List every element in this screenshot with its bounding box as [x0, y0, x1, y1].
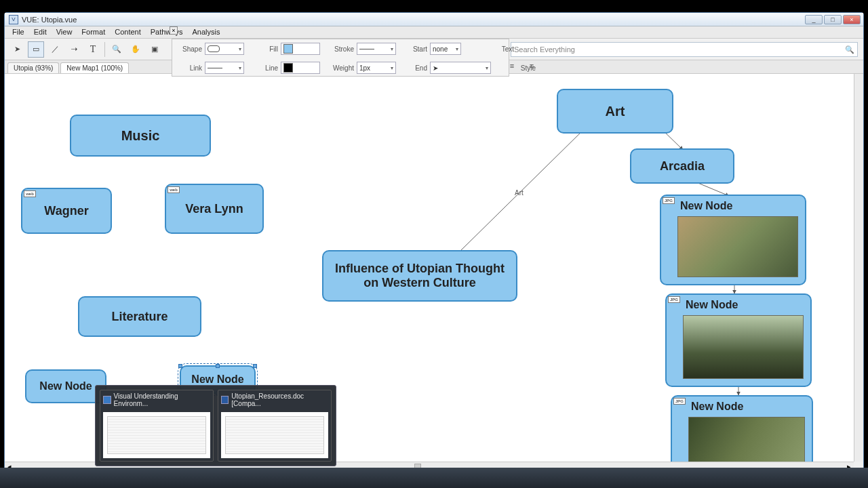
node-image-3[interactable]: JPG New Node: [671, 395, 813, 462]
menu-analysis[interactable]: Analysis: [187, 26, 224, 38]
start-label: Start: [400, 45, 430, 53]
tab-newmap1[interactable]: New Map1 (100%): [60, 62, 129, 73]
menu-format[interactable]: Format: [77, 26, 110, 38]
image-placeholder: [683, 315, 804, 379]
search-icon[interactable]: 🔍: [845, 45, 854, 54]
preview-image: [221, 412, 328, 458]
node-label: Music: [121, 128, 160, 144]
jpg-badge-icon: JPG: [668, 296, 680, 303]
start-dropdown[interactable]: none: [430, 43, 461, 55]
link-label: Link: [172, 64, 205, 72]
link-tool-icon[interactable]: ／: [47, 41, 63, 58]
pointer-tool-icon[interactable]: ➤: [9, 41, 25, 58]
preview-word[interactable]: Utopian_Resources.doc [Compa...: [218, 390, 332, 462]
titlebar[interactable]: V VUE: Utopia.vue _ □ ×: [5, 13, 863, 26]
node-label: Influence of Utopian Thought on Western …: [330, 262, 509, 290]
node-music[interactable]: Music: [70, 115, 211, 157]
node-literature[interactable]: Literature: [78, 296, 201, 337]
node-label: Arcadia: [660, 159, 705, 174]
minimize-button[interactable]: _: [805, 15, 823, 24]
taskbar[interactable]: [0, 468, 868, 488]
panel-close-icon[interactable]: ×: [170, 26, 178, 35]
pan-tool-icon[interactable]: ✋: [127, 41, 144, 58]
node-image-1[interactable]: JPG New Node: [660, 195, 806, 285]
line-label: Line: [248, 64, 281, 72]
node-label: New Node: [691, 401, 743, 413]
image-placeholder: [688, 417, 805, 462]
preview-title: Visual Understanding Environm...: [114, 392, 210, 407]
node-label: Art: [606, 104, 625, 119]
jpg-badge-icon: JPG: [663, 197, 675, 204]
node-newnode-left[interactable]: New Node: [25, 369, 106, 403]
preview-image: [103, 412, 210, 458]
edge-label-art: Art: [515, 189, 524, 197]
toolbar: × ➤ ▭ ／ ⇢ T 🔍 ✋ ▣ Shape Fill Stroke Star…: [5, 39, 863, 60]
menu-edit[interactable]: Edit: [29, 26, 52, 38]
zoom-tool-icon[interactable]: 🔍: [108, 41, 125, 58]
web-badge-icon: web: [24, 190, 36, 197]
vertical-scrollbar[interactable]: [854, 74, 863, 462]
menu-pathways[interactable]: Pathways: [146, 26, 188, 38]
weight-dropdown[interactable]: 1px: [357, 62, 396, 74]
end-dropdown[interactable]: ➤: [430, 62, 491, 74]
menu-view[interactable]: View: [52, 26, 77, 38]
present-tool-icon[interactable]: ▣: [146, 41, 163, 58]
menubar: File Edit View Format Content Pathways A…: [5, 26, 863, 39]
shape-label: Shape: [172, 45, 205, 53]
menu-content[interactable]: Content: [110, 26, 146, 38]
node-arcadia[interactable]: Arcadia: [630, 148, 734, 184]
stroke-dropdown[interactable]: [357, 43, 396, 55]
node-label: New Node: [191, 373, 243, 386]
line-swatch[interactable]: [281, 62, 320, 74]
style-label: Style: [500, 64, 538, 72]
node-label: Vera Lynn: [185, 202, 243, 216]
tab-utopia[interactable]: Utopia (93%): [7, 62, 59, 73]
node-label: Literature: [111, 310, 167, 324]
maximize-button[interactable]: □: [824, 15, 842, 24]
svg-line-2: [696, 182, 729, 196]
node-label: New Node: [686, 299, 738, 311]
node-wagner[interactable]: web Wagner: [21, 188, 112, 234]
window-title: VUE: Utopia.vue: [22, 16, 805, 24]
close-button[interactable]: ×: [843, 15, 861, 24]
format-panel: Shape Fill Stroke Start none Text Link L…: [172, 39, 509, 77]
app-thumb-icon: [103, 396, 111, 404]
jpg-badge-icon: JPG: [673, 398, 686, 405]
text-tool-icon[interactable]: T: [85, 41, 101, 58]
weight-label: Weight: [324, 64, 357, 72]
node-tool-icon[interactable]: ▭: [28, 41, 44, 58]
node-label: New Node: [680, 200, 732, 212]
node-label: New Node: [39, 380, 92, 392]
node-label: Wagner: [44, 204, 88, 218]
app-icon: V: [9, 15, 18, 24]
preview-title: Utopian_Resources.doc [Compa...: [231, 392, 328, 407]
node-vera-lynn[interactable]: web Vera Lynn: [165, 184, 264, 234]
node-center[interactable]: Influence of Utopian Thought on Western …: [322, 250, 517, 302]
word-thumb-icon: [221, 396, 229, 404]
web-badge-icon: web: [167, 186, 180, 193]
node-art[interactable]: Art: [557, 89, 673, 134]
fill-swatch[interactable]: [281, 43, 320, 55]
text-label: Text: [500, 45, 517, 53]
end-label: End: [400, 64, 430, 72]
link-dropdown[interactable]: [205, 62, 244, 74]
fill-label: Fill: [248, 45, 281, 53]
menu-file[interactable]: File: [7, 26, 29, 38]
stroke-label: Stroke: [324, 45, 357, 53]
image-placeholder: [677, 216, 798, 277]
shape-dropdown[interactable]: [205, 43, 244, 55]
prune-tool-icon[interactable]: ⇢: [66, 41, 82, 58]
preview-vue[interactable]: Visual Understanding Environm...: [100, 390, 214, 462]
taskbar-preview-popup: Visual Understanding Environm... Utopian…: [95, 385, 336, 466]
node-image-2[interactable]: JPG New Node: [665, 293, 812, 387]
search-input[interactable]: Search Everything 🔍: [511, 42, 858, 57]
